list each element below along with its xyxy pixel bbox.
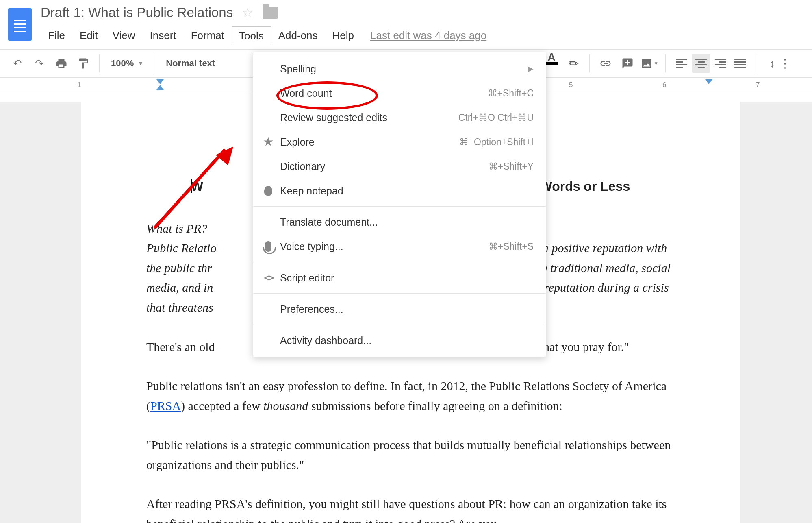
titlebar: Draft 1: What is Public Relations ☆ File…: [0, 0, 812, 45]
right-indent-marker[interactable]: [705, 79, 712, 84]
highlight-button[interactable]: ✎: [564, 54, 583, 73]
document-title[interactable]: Draft 1: What is Public Relations: [41, 5, 233, 20]
add-comment-button[interactable]: [618, 54, 637, 73]
paint-format-button[interactable]: [74, 54, 93, 73]
ruler-number: 5: [569, 81, 573, 89]
code-icon: <>: [262, 272, 274, 283]
docs-logo-icon[interactable]: [8, 8, 32, 41]
menu-tools[interactable]: Tools: [232, 26, 271, 45]
menu-separator: [253, 325, 546, 325]
align-center-button[interactable]: [692, 54, 710, 73]
menu-format[interactable]: Format: [184, 26, 232, 45]
more-toolbar-button[interactable]: ⋯: [785, 54, 803, 73]
menu-help[interactable]: Help: [325, 26, 361, 45]
menu-file[interactable]: File: [41, 26, 72, 45]
menubar: File Edit View Insert Format Tools Add-o…: [41, 26, 812, 45]
move-folder-icon[interactable]: [263, 7, 278, 19]
print-button[interactable]: [52, 54, 71, 73]
menu-review-suggested-edits[interactable]: Review suggested edits Ctrl+⌘O Ctrl+⌘U: [253, 105, 546, 130]
zoom-select[interactable]: 100%▼: [106, 58, 148, 69]
align-left-button[interactable]: [672, 54, 691, 73]
ruler-number: 1: [77, 81, 81, 89]
menu-script-editor[interactable]: <> Script editor: [253, 266, 546, 290]
ruler-number: 7: [756, 81, 760, 89]
shortcut-label: ⌘+Shift+C: [488, 88, 534, 99]
paragraph-style-select[interactable]: Normal text: [162, 58, 219, 69]
menu-voice-typing[interactable]: Voice typing... ⌘+Shift+S: [253, 234, 546, 259]
menu-edit[interactable]: Edit: [72, 26, 105, 45]
menu-keep-notepad[interactable]: Keep notepad: [253, 179, 546, 203]
menu-separator: [253, 206, 546, 207]
text-cursor: [191, 179, 192, 193]
menu-insert[interactable]: Insert: [143, 26, 184, 45]
menu-dictionary[interactable]: Dictionary ⌘+Shift+Y: [253, 154, 546, 179]
menu-view[interactable]: View: [105, 26, 143, 45]
insert-link-button[interactable]: [596, 54, 615, 73]
menu-addons[interactable]: Add-ons: [271, 26, 325, 45]
menu-translate-document[interactable]: Translate document...: [253, 210, 546, 234]
ruler-number: 6: [662, 81, 666, 89]
last-edit-link[interactable]: Last edit was 4 days ago: [370, 29, 486, 42]
shortcut-label: Ctrl+⌘O Ctrl+⌘U: [458, 112, 534, 123]
insert-image-button[interactable]: ▼: [640, 54, 659, 73]
menu-word-count[interactable]: Word count ⌘+Shift+C: [253, 81, 546, 105]
menu-separator: [253, 293, 546, 294]
shortcut-label: ⌘+Shift+Y: [489, 161, 534, 172]
menu-preferences[interactable]: Preferences...: [253, 297, 546, 321]
star-icon[interactable]: ☆: [242, 5, 254, 20]
explore-icon: [262, 137, 274, 147]
menu-spelling[interactable]: Spelling ▶: [253, 57, 546, 81]
menu-activity-dashboard[interactable]: Activity dashboard...: [253, 328, 546, 353]
prsa-link[interactable]: PRSA: [150, 399, 181, 412]
first-line-indent-marker[interactable]: [156, 79, 164, 84]
menu-separator: [253, 262, 546, 262]
align-right-button[interactable]: [711, 54, 730, 73]
align-justify-button[interactable]: [731, 54, 749, 73]
undo-button[interactable]: ↶: [8, 54, 27, 73]
tools-dropdown: Spelling ▶ Word count ⌘+Shift+C Review s…: [253, 52, 546, 357]
redo-button[interactable]: ↷: [30, 54, 49, 73]
shortcut-label: ⌘+Option+Shift+I: [459, 137, 534, 148]
microphone-icon: [262, 241, 274, 252]
submenu-arrow-icon: ▶: [528, 64, 534, 73]
lightbulb-icon: [262, 186, 274, 196]
menu-explore[interactable]: Explore ⌘+Option+Shift+I: [253, 130, 546, 154]
shortcut-label: ⌘+Shift+S: [489, 241, 534, 252]
left-indent-marker[interactable]: [156, 85, 164, 90]
